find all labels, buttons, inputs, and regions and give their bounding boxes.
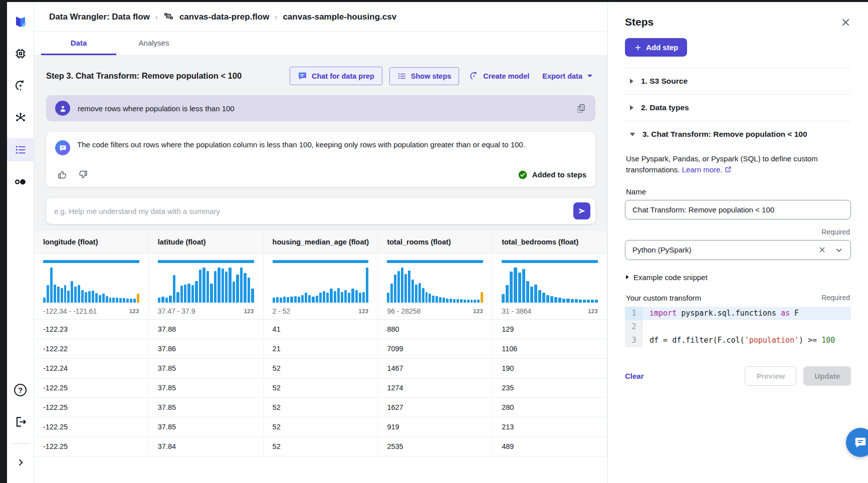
steps-list: 1. S3 Source 2. Data types 3. Chat Trans… [625,68,851,147]
toggle-circles-icon[interactable] [7,170,34,193]
table-cell: -122.23 [34,320,149,339]
step-item-data-types[interactable]: 2. Data types [625,95,851,121]
code-line: 3df = df.filter(F.col('population') >= 1… [625,334,851,347]
table-cell: 37.88 [149,320,264,339]
preview-button[interactable]: Preview [745,366,796,386]
steps-panel-title: Steps [625,16,654,28]
column-summary-cell: 37.47 - 37.9123 [149,254,264,319]
transform-description: Use Pyspark, Pandas, or Pyspark (SQL) to… [625,153,851,175]
add-step-button[interactable]: Add step [625,38,687,57]
table-cell: -122.25 [34,398,149,417]
assistant-avatar [55,140,70,155]
chat-fab-button[interactable] [846,428,868,457]
table-body: -122.2337.8841880129-122.2237.8621709911… [34,320,607,456]
step-item-chat-transform[interactable]: 3. Chat Transform: Remove population < 1… [625,121,851,147]
numeric-type-icon: 123 [473,308,483,314]
breadcrumb-data-flow[interactable]: Data Wrangler: Data flow [49,12,150,22]
code-editor[interactable]: 1import pyspark.sql.functions as F23df =… [625,307,851,347]
valid-data-bar [273,260,369,263]
thumbs-down-icon[interactable] [78,169,88,180]
language-select[interactable]: Python (PySpark) [625,240,851,260]
table-cell: 2535 [378,437,493,456]
app-window: ? Data Wrangler: Data flow › canvas-data… [0,0,868,483]
valid-data-bar [43,260,139,263]
assistant-message-text: The code filters out rows where the popu… [77,140,525,149]
tab-data[interactable]: Data [41,32,116,55]
table-cell: 37.86 [149,339,264,358]
example-code-snippet-toggle[interactable]: Example code snippet [625,273,851,282]
learn-more-link[interactable]: Learn more. [682,165,732,174]
column-range: 96 - 28258 [387,307,420,315]
table-cell: 52 [264,437,378,456]
clear-selection-icon[interactable] [818,246,826,254]
histogram [43,268,139,303]
chevron-right-icon [630,105,633,110]
table-cell: 52 [264,378,378,397]
create-model-button[interactable]: Create model [466,67,532,85]
table-cell: 37.85 [149,398,264,417]
update-button[interactable]: Update [803,366,851,386]
canvas-logo-icon[interactable] [7,10,34,33]
copy-icon[interactable] [576,103,586,114]
chip-icon[interactable] [7,42,34,65]
table-cell: 52 [264,398,378,417]
expand-sidebar-icon[interactable] [7,451,34,474]
send-button[interactable] [573,202,590,219]
chat-input[interactable] [54,207,568,215]
logout-icon[interactable] [7,410,34,433]
table-row: -122.2237.862170991106 [34,339,607,359]
name-input[interactable] [625,200,851,219]
window-edge [0,2,7,483]
breadcrumb: Data Wrangler: Data flow › canvas-data-p… [34,2,607,32]
column-header[interactable]: latitude (float) [149,231,264,253]
column-range: 31 - 3864 [502,307,531,315]
chat-icon [298,71,307,81]
help-icon[interactable]: ? [7,378,34,401]
cluster-icon[interactable] [7,106,34,129]
tab-analyses[interactable]: Analyses [116,32,191,55]
table-cell: 1274 [378,378,493,397]
table-cell: 37.85 [149,417,264,436]
table-cell: -122.24 [34,359,149,378]
list-icon [397,72,406,81]
column-header[interactable]: housing_median_age (float) [264,231,378,253]
column-summary-cell: -122.34 - -121.61123 [34,254,149,319]
assistant-chat-message: The code filters out rows where the popu… [46,132,595,187]
line-number: 1 [625,307,643,320]
breadcrumb-separator: › [155,13,158,21]
chevron-down-icon [630,133,635,136]
export-data-button[interactable]: Export data [539,68,595,84]
column-summary-cell: 31 - 3864123 [493,254,607,319]
deploy-icon[interactable] [7,74,34,97]
breadcrumb-flow-file[interactable]: canvas-data-prep.flow [179,12,270,22]
plus-icon [634,44,642,52]
table-header-row: longitude (float)latitude (float)housing… [34,231,607,254]
data-preview-table: longitude (float)latitude (float)housing… [34,231,607,456]
column-header[interactable]: total_rooms (float) [378,231,493,253]
histogram [158,268,254,303]
thumbs-up-icon[interactable] [57,169,68,180]
user-avatar [55,101,70,116]
close-icon[interactable] [840,17,851,28]
data-wrangler-nav-icon[interactable] [7,138,34,161]
column-summary-cell: 96 - 28258123 [378,254,493,319]
clear-button[interactable]: Clear [625,372,644,380]
column-header[interactable]: longitude (float) [34,231,149,253]
added-to-steps-status: Added to steps [518,170,586,180]
create-model-icon [469,71,479,81]
table-cell: 129 [493,320,607,339]
column-range: -122.34 - -121.61 [43,307,97,315]
show-steps-button[interactable]: Show steps [389,67,460,85]
step-item-s3-source[interactable]: 1. S3 Source [625,68,851,95]
column-range: 37.47 - 37.9 [158,307,195,315]
table-cell: 880 [378,320,493,339]
chat-input-box [46,198,595,224]
histogram [273,268,369,303]
table-cell: 280 [493,398,607,417]
table-cell: 1467 [378,359,493,378]
column-header[interactable]: total_bedrooms (float) [493,231,607,253]
table-cell: 1106 [493,339,607,358]
table-histogram-row: -122.34 - -121.6112337.47 - 37.91232 - 5… [34,254,607,320]
chat-for-data-prep-button[interactable]: Chat for data prep [290,67,382,85]
chevron-right-icon [630,79,633,84]
